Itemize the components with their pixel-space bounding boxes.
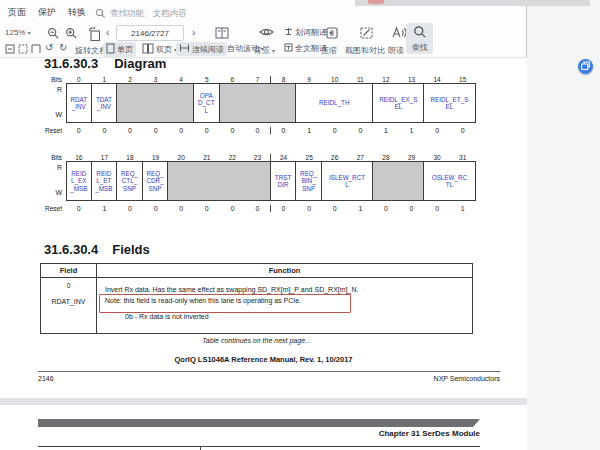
double-page-mode-button[interactable]: 双页▾ (139, 42, 180, 57)
function-cell: Invert Rx data. Has the same effect as s… (97, 278, 472, 333)
reset-value: 0 (194, 127, 220, 134)
pdf-viewer-window: 页面 保护 转换 查找功能、文档内容 125%▾ (0, 0, 527, 450)
reset-value: 0 (424, 127, 450, 134)
section-title: Fields (112, 242, 150, 257)
field-islewrctl[interactable]: ISLEW_RCT L (322, 161, 373, 201)
reset-value: 0 (348, 127, 374, 134)
field-name: RDAT_INV (41, 298, 96, 305)
table-row: 0 RDAT_INV Invert Rx data. Has the same … (41, 278, 472, 333)
bit-number: 6 (220, 76, 246, 83)
reset-value: 0 (220, 127, 246, 134)
zoom-in-icon (65, 27, 78, 42)
background-color-button[interactable] (256, 25, 277, 41)
read-label: R (40, 86, 62, 93)
reset-label: Reset (40, 127, 66, 134)
field-column-header: Field (41, 264, 97, 277)
field-reidletsel[interactable]: REIDL_ET_S EL (424, 83, 475, 123)
search-placeholder: 查找功能、文档内容 (110, 8, 187, 20)
rw-label: RW (40, 83, 66, 123)
field-rdatinv[interactable]: RDAT _INV (66, 83, 92, 123)
register-diagram-bits-16-31: Bits16171819202122232425262728293031RWRE… (40, 151, 520, 215)
bit-number: 8 (271, 76, 297, 83)
field-reqctlsnp[interactable]: REQ_ CTL_ SNP (117, 161, 143, 201)
register-reset-row: Reset0100000000010001 (40, 202, 520, 215)
screenshot-compare-icon (359, 26, 374, 42)
write-label: W (40, 111, 62, 118)
rw-label: RW (40, 161, 66, 201)
fit-width-icon (5, 44, 15, 56)
bits-label: Bits (40, 76, 66, 83)
rotate-left-button[interactable]: ↺ (42, 41, 56, 54)
menu-page[interactable]: 页面 (8, 6, 26, 19)
reset-value: 1 (348, 205, 374, 212)
chevron-down-icon: ▾ (272, 48, 275, 54)
bit-number: 27 (348, 154, 374, 161)
bit-number: 4 (168, 76, 194, 83)
fields-table-header: Field Function (41, 264, 472, 278)
bit-number: 24 (271, 154, 297, 161)
bit-number: 22 (220, 154, 246, 161)
footer-row: 2146 NXP Semiconductors (38, 375, 500, 382)
field-tdatinv[interactable]: TDAT _INV (92, 83, 118, 123)
reset-value: 0 (168, 205, 194, 212)
find-button[interactable]: 查找 (406, 23, 433, 54)
section-number: 31.6.30.4 (44, 242, 98, 257)
field-opadctl[interactable]: OPA D_CT L (194, 83, 220, 123)
search-input[interactable]: 查找功能、文档内容 (95, 5, 187, 23)
read-aloud-icon (391, 26, 407, 41)
bit-number: 20 (168, 154, 194, 161)
function-description: Invert Rx data. Has the same effect as s… (97, 278, 472, 293)
reading-mode-button[interactable] (212, 25, 232, 43)
background-color-label[interactable]: 背景▾ (251, 44, 278, 57)
field-reidlexsel[interactable]: REIDL_EX_S EL (373, 83, 424, 123)
bit-number: 13 (399, 76, 425, 83)
section-heading-diagram: 31.6.30.3Diagram (44, 58, 166, 71)
zoom-level-select[interactable]: 125%▾ (2, 27, 33, 38)
field-cell: 0 RDAT_INV (41, 278, 97, 333)
compress-label[interactable]: 压缩 (318, 44, 340, 57)
menu-protect[interactable]: 保护 (38, 6, 56, 19)
field-reidlexmsb[interactable]: REID L_EX _MSB (66, 161, 92, 201)
book-icon (215, 26, 229, 42)
register-diagram-bits-0-15: Bits0123456789101112131415RWRDAT _INVTDA… (40, 73, 520, 137)
field-reqcdrsnp[interactable]: REQ_ CDR_ SNP (143, 161, 169, 201)
function-column-header: Function (97, 264, 472, 277)
toolbar: 页面 保护 转换 查找功能、文档内容 125%▾ (0, 0, 526, 58)
compress-button[interactable] (322, 25, 342, 43)
word-translate-icon (284, 27, 293, 38)
reserved-field (373, 161, 424, 201)
field-reqbinsnp[interactable]: REQ_ BIN_ SNP (296, 161, 322, 201)
rotate-document-button[interactable] (84, 25, 105, 45)
screenshot-compare-label[interactable]: 截图和对比 (342, 44, 388, 57)
reset-value: 0 (450, 127, 476, 134)
continuous-reading-button[interactable]: 连续阅读 (176, 42, 227, 56)
field-trstdir[interactable]: TRST DIR (271, 161, 297, 201)
next-table-top-border (38, 446, 480, 447)
next-page-button[interactable]: › (189, 26, 198, 39)
read-aloud-label[interactable]: 朗读 (385, 44, 407, 57)
write-label: W (40, 189, 62, 196)
field-reidlth[interactable]: REIDL_TH (296, 83, 373, 123)
document-view[interactable]: 31.6.30.3Diagram Bits0123456789101112131… (0, 58, 527, 450)
field-oslewrctl[interactable]: OSLEW_RC TL (424, 161, 475, 201)
assistant-float-button[interactable] (578, 59, 593, 74)
reset-value: 0 (66, 205, 92, 212)
page-number-input[interactable] (116, 25, 184, 41)
screenshot-compare-button[interactable] (356, 25, 377, 43)
bit-number: 14 (424, 76, 450, 83)
bit-number: 3 (143, 76, 169, 83)
previous-page-button[interactable]: ‹ (103, 26, 112, 39)
rotate-right-button[interactable]: ↻ (56, 41, 70, 54)
footer-manual-title: QorIQ LS1046A Reference Manual, Rev. 1, … (0, 355, 527, 364)
field-reidletmsb[interactable]: REID L_ET _MSB (92, 161, 118, 201)
continuous-reading-icon (179, 43, 190, 55)
bit-number: 16 (66, 154, 92, 161)
chevron-right-icon: › (192, 27, 195, 38)
chevron-left-icon: ‹ (106, 27, 109, 38)
single-page-mode-button[interactable]: 单页 (103, 42, 136, 57)
menu-convert[interactable]: 转换 (68, 6, 86, 19)
find-icon (413, 25, 427, 41)
bit-number: 25 (296, 154, 322, 161)
reset-label: Reset (40, 205, 66, 212)
bit-number: 1 (92, 76, 118, 83)
